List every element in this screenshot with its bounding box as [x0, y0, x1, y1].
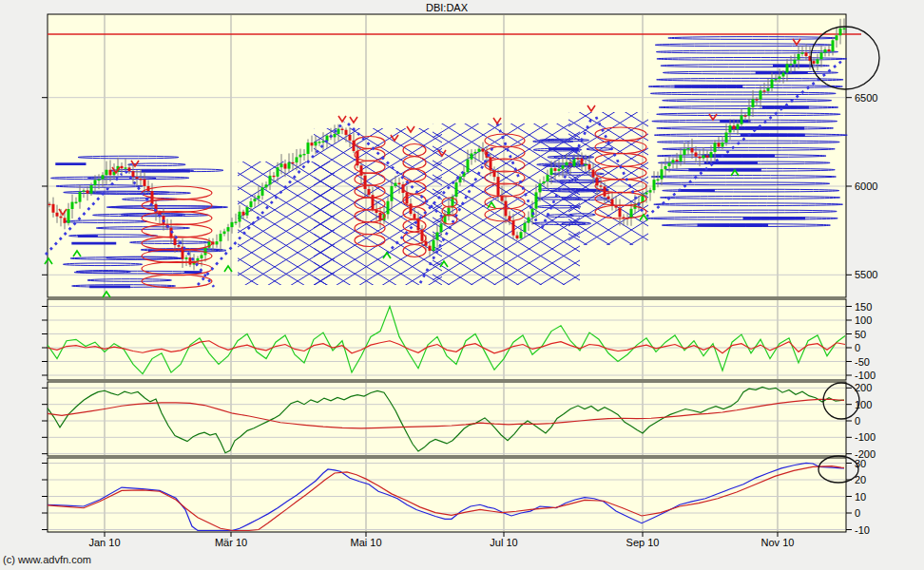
chart-canvas: 650060005500150100500-50-1002001000-100-…: [0, 0, 924, 570]
advfn-chart-page: DBI:DAX 650060005500150100500-50-1002001…: [0, 0, 924, 570]
copyright: (c) www.advfn.com: [3, 554, 91, 565]
oscillator-panel-3-ytick: -10: [855, 524, 870, 536]
x-axis: Jan 10Mär 10Mai 10Jul 10Sep 10Nov 10: [88, 532, 794, 548]
oscillator-panel-1-ytick: 150: [855, 301, 872, 313]
price-panel-ytick: 5500: [855, 269, 877, 280]
x-axis-label: Sep 10: [626, 537, 660, 548]
oscillator-panel-1-ytick: 100: [855, 314, 872, 326]
x-axis-label: Mai 10: [350, 537, 381, 548]
chart-title: DBI:DAX: [48, 2, 846, 13]
x-axis-label: Nov 10: [761, 537, 795, 548]
price-panel-ytick: 6500: [855, 92, 877, 104]
price-panel-ytick: 6000: [855, 180, 877, 192]
oscillator-panel-1-ytick: -100: [855, 370, 876, 381]
oscillator-panel-2-ytick: 0: [855, 415, 860, 427]
x-axis-label: Mär 10: [215, 537, 247, 548]
oscillator-panel-1-ytick: 50: [855, 329, 866, 340]
oscillator-panel-3-ytick: 0: [855, 507, 860, 519]
oscillator-panel-1-ytick: 0: [855, 342, 860, 353]
oscillator-panel-1-ytick: -50: [855, 356, 870, 368]
x-axis-label: Jul 10: [490, 537, 517, 548]
x-axis-label: Jan 10: [88, 537, 120, 548]
oscillator-panel-2-ytick: -100: [855, 431, 876, 443]
oscillator-panel-3-ytick: 10: [855, 491, 866, 503]
